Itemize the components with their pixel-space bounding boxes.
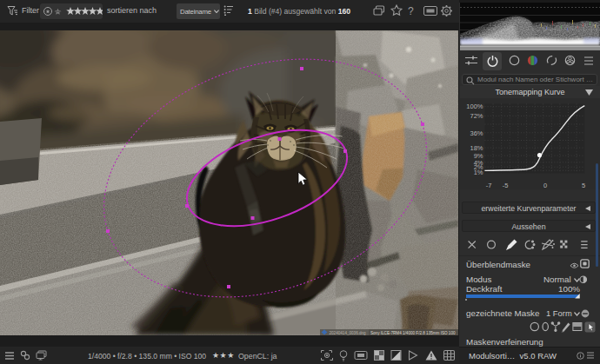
svg-text:1%: 1% bbox=[474, 169, 483, 176]
svg-text:-5: -5 bbox=[503, 182, 509, 189]
svg-text:0: 0 bbox=[543, 182, 547, 189]
svg-text:Sony ILCE-7RM4 1/4000 F/2.8 13: Sony ILCE-7RM4 1/4000 F/2.8 135mm ISO 10… bbox=[370, 331, 456, 335]
svg-text:-7: -7 bbox=[486, 182, 492, 189]
svg-text:100%: 100% bbox=[466, 103, 483, 110]
svg-text:36%: 36% bbox=[470, 129, 483, 137]
svg-text:72%: 72% bbox=[470, 112, 483, 120]
svg-text:20240414_0036.dng: 20240414_0036.dng bbox=[330, 331, 367, 335]
svg-text:18%: 18% bbox=[470, 144, 483, 152]
svg-text:5: 5 bbox=[582, 182, 585, 189]
